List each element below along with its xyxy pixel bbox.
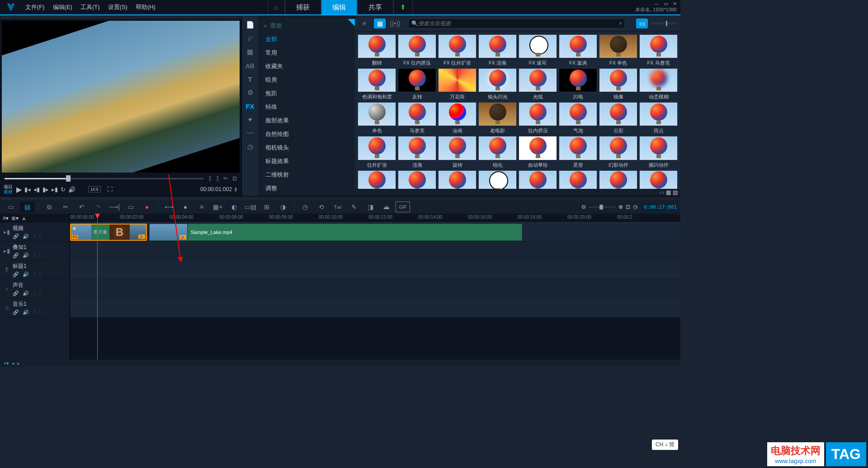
track-link-icon[interactable]: 🔗 bbox=[13, 309, 19, 315]
menu-tools[interactable]: 工具(T) bbox=[80, 3, 100, 11]
library-item[interactable]: FX 马赛克 bbox=[639, 34, 678, 66]
library-item[interactable]: 往内挤压 bbox=[519, 102, 557, 134]
title-track-lane[interactable] bbox=[70, 261, 680, 280]
library-item[interactable]: 云彩 bbox=[599, 102, 637, 134]
effects-category[interactable]: 常用 bbox=[258, 46, 355, 60]
track-mute-icon[interactable]: 🔊 bbox=[23, 271, 29, 277]
track-opts-2-icon[interactable]: ≣▾ bbox=[11, 215, 19, 221]
tracks-area[interactable]: 00:00:00:0000:00:02:0000:00:04:0000:00:0… bbox=[70, 214, 680, 360]
effects-category[interactable]: 调整 bbox=[258, 182, 355, 195]
library-item[interactable]: 镜像 bbox=[599, 68, 637, 100]
play-button[interactable]: ▶ bbox=[16, 185, 22, 194]
menu-settings[interactable]: 设置(S) bbox=[108, 3, 127, 11]
library-item[interactable]: 反转 bbox=[398, 68, 436, 100]
track-more-icon[interactable]: ⋮⋮ bbox=[33, 234, 42, 239]
track-more-icon[interactable]: ⋮⋮ bbox=[33, 309, 42, 315]
zoom-out-icon[interactable]: ⊖ bbox=[581, 204, 586, 210]
effects-category[interactable]: 标题效果 bbox=[258, 154, 355, 168]
library-item[interactable]: 镜头闪光 bbox=[478, 68, 517, 100]
music-track-lane[interactable] bbox=[70, 299, 680, 318]
track-link-icon[interactable]: 🔗 bbox=[13, 234, 19, 239]
mark-out-button[interactable]: ⟧ bbox=[216, 175, 219, 182]
scrub-track[interactable] bbox=[5, 178, 203, 179]
track-mute-icon[interactable]: 🔊 bbox=[23, 234, 29, 239]
fit-icon[interactable]: ⊡ bbox=[626, 204, 630, 210]
library-item[interactable]: 涟漪 bbox=[398, 136, 436, 168]
sound-track-lane[interactable] bbox=[70, 280, 680, 299]
search-input[interactable] bbox=[418, 20, 619, 27]
library-item[interactable]: 锐化 bbox=[478, 136, 517, 168]
track-mute-icon[interactable]: 🔊 bbox=[23, 309, 29, 315]
tab-capture[interactable]: 捕获 bbox=[285, 0, 321, 14]
library-item[interactable] bbox=[599, 170, 637, 189]
track-mute-icon[interactable]: 🔊 bbox=[23, 253, 29, 258]
volume-icon[interactable]: 🔊 bbox=[68, 186, 75, 193]
status-icon[interactable]: ▭ bbox=[659, 189, 664, 196]
menu-help[interactable]: 帮助(H) bbox=[136, 3, 156, 11]
tool-7[interactable]: ● bbox=[140, 201, 154, 212]
track-link-icon[interactable]: 🔗 bbox=[13, 271, 19, 277]
zoom-in-icon[interactable]: ⊕ bbox=[618, 204, 623, 210]
playhead[interactable] bbox=[97, 214, 98, 360]
fullscreen-button[interactable]: ⛶ bbox=[107, 186, 113, 192]
effects-category[interactable]: 特殊 bbox=[258, 100, 355, 114]
menu-edit[interactable]: 编辑(E) bbox=[53, 3, 72, 11]
sort-icon[interactable]: ⚹ bbox=[359, 19, 370, 28]
library-item[interactable]: 闪电 bbox=[559, 68, 597, 100]
track-header[interactable]: ♪ 声音 🔗 🔊 ⋮⋮ bbox=[0, 280, 70, 299]
effects-category[interactable]: 相机镜头 bbox=[258, 141, 355, 154]
tool-14[interactable]: ⊞ bbox=[259, 201, 274, 212]
tool-12[interactable]: ◐ bbox=[227, 201, 241, 212]
timeline-view-icon[interactable]: ▤ bbox=[20, 201, 34, 212]
status-icon-3[interactable]: ▤ bbox=[673, 189, 678, 196]
tab-edit[interactable]: 编辑 bbox=[321, 0, 357, 14]
library-item[interactable]: 旋转 bbox=[438, 136, 476, 168]
display-mode-icon[interactable]: ▭ bbox=[636, 19, 648, 28]
path-icon[interactable]: 〰 bbox=[244, 127, 256, 139]
aspect-ratio[interactable]: 16:9 bbox=[88, 186, 101, 192]
tool-redo[interactable]: ↷ bbox=[91, 201, 105, 212]
motion-icon[interactable]: ✦ bbox=[244, 114, 256, 126]
library-item[interactable]: FX 漩涡 bbox=[559, 34, 597, 66]
prev-frame-button[interactable]: ◂▮ bbox=[33, 186, 40, 193]
library-item[interactable]: 马赛克 bbox=[398, 102, 436, 134]
media-icon[interactable]: 📄 bbox=[244, 19, 256, 31]
playback-mode[interactable]: 项目 素材 bbox=[4, 184, 13, 194]
clip-sample-lake[interactable]: Sample_Lake.mp4 bbox=[188, 224, 522, 241]
track-more-icon[interactable]: ⋮⋮ bbox=[33, 271, 42, 277]
library-item[interactable] bbox=[478, 170, 517, 189]
library-item[interactable]: 雨点 bbox=[639, 102, 678, 134]
mark-in-button[interactable]: ⟦ bbox=[209, 175, 212, 182]
search-box[interactable]: 🔍 × bbox=[408, 19, 625, 28]
library-item[interactable]: FX 单色 bbox=[599, 34, 637, 66]
zoom-slider[interactable] bbox=[589, 206, 616, 208]
timeline-timecode[interactable]: 0:00:17:001 bbox=[644, 204, 677, 210]
panel-grip[interactable]: ::::::::: bbox=[0, 15, 241, 19]
goto-end-button[interactable]: ▸▮ bbox=[52, 186, 58, 193]
library-item[interactable]: 老电影 bbox=[478, 102, 517, 134]
tab-home[interactable]: ⌂ bbox=[268, 0, 285, 14]
status-icon-2[interactable]: ▦ bbox=[666, 189, 671, 196]
tool-undo[interactable]: ↶ bbox=[75, 201, 89, 212]
transition-icon[interactable]: ▦ bbox=[244, 46, 256, 58]
graphics-icon[interactable]: ⚙ bbox=[244, 87, 256, 98]
video-track-lane[interactable]: ★ FX 图片素 B 🔊 🔊 Sample_Lake.mp4 bbox=[70, 223, 680, 242]
tool-5[interactable]: ⟶| bbox=[107, 201, 122, 212]
track-mute-icon[interactable]: 🔊 bbox=[23, 290, 29, 296]
effects-category[interactable]: 焦距 bbox=[258, 87, 355, 100]
goto-start-button[interactable]: ▮◂ bbox=[24, 186, 31, 193]
tool-t3d[interactable]: T₃ᴅ bbox=[330, 201, 345, 212]
menu-file[interactable]: 文件(F) bbox=[25, 3, 45, 11]
tool-11[interactable]: ▦+ bbox=[211, 201, 225, 212]
tool-1[interactable]: ⧉ bbox=[42, 201, 57, 212]
preview-viewport[interactable] bbox=[2, 21, 240, 173]
track-more-icon[interactable]: ⋮⋮ bbox=[33, 253, 42, 258]
library-item[interactable]: 往外扩张 bbox=[358, 136, 396, 168]
track-header[interactable]: ♫ 音乐1 🔗 🔊 ⋮⋮ bbox=[0, 299, 70, 318]
library-item[interactable]: 气泡 bbox=[559, 102, 597, 134]
library-item[interactable]: 星形 bbox=[559, 136, 597, 168]
title-icon[interactable]: T bbox=[244, 73, 256, 85]
overlay-track-lane[interactable] bbox=[70, 242, 680, 261]
track-header[interactable]: ▸▮ 视频 🔗 🔊 ⋮⋮ bbox=[0, 223, 70, 242]
tool-gif[interactable]: GIF bbox=[396, 201, 410, 212]
